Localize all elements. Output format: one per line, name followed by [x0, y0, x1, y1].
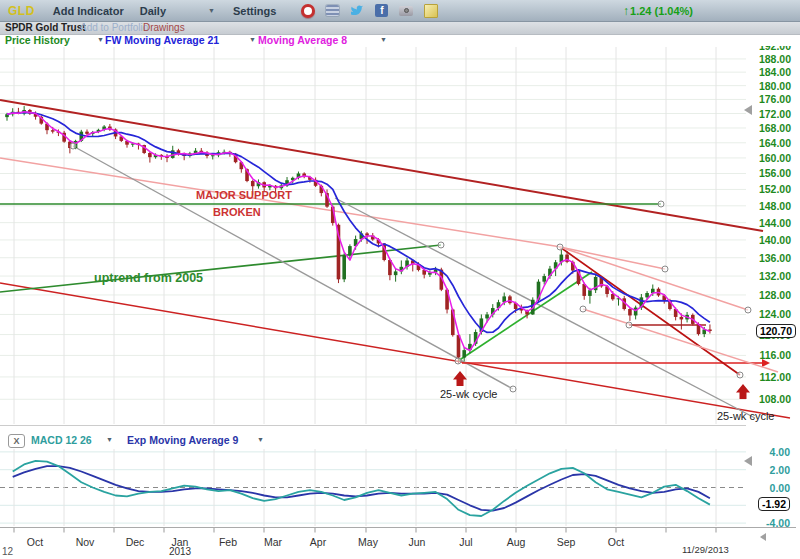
- macd-value-badge: -1.92: [758, 497, 790, 511]
- x-axis-month-label: Jan: [172, 536, 189, 548]
- price-axis-label: 144.00: [759, 217, 791, 229]
- add-to-portfolio-link[interactable]: Add to Portfolio: [80, 22, 148, 34]
- twitter-icon[interactable]: [350, 5, 364, 17]
- x-axis-month-label: Sep: [557, 536, 576, 548]
- price-axis-label: 164.00: [759, 137, 791, 149]
- price-axis-label: 132.00: [759, 270, 791, 282]
- x-axis-month-label: Dec: [126, 536, 145, 548]
- ma21-dropdown[interactable]: FW Moving Average 21: [105, 34, 219, 46]
- last-price-badge: 120.70: [756, 324, 796, 338]
- price-change: ↑1.24 (1.04%): [623, 4, 693, 18]
- indicator-row: Price History FW Moving Average 21 Movin…: [0, 35, 800, 46]
- ema-dropdown[interactable]: Exp Moving Average 9: [127, 434, 238, 446]
- symbol-label[interactable]: GLD: [8, 4, 35, 18]
- price-axis-label: 128.00: [759, 289, 791, 301]
- x-axis-month-label: Jun: [409, 536, 426, 548]
- macd-axis-label: -4.00: [766, 517, 790, 529]
- macd-axis-label: 2.00: [770, 464, 790, 476]
- price-axis-label: 180.00: [759, 80, 791, 92]
- chevron-down-icon[interactable]: [380, 36, 387, 43]
- price-axis-label: 184.00: [759, 66, 791, 78]
- price-axis-label: 176.00: [759, 93, 791, 105]
- chevron-down-icon[interactable]: [97, 36, 104, 43]
- x-axis-month-label: May: [358, 536, 378, 548]
- facebook-icon[interactable]: [375, 4, 388, 17]
- drawings-menu[interactable]: Drawings: [143, 22, 185, 34]
- x-axis-month-label: Jul: [459, 536, 472, 548]
- change-value: 1.24 (1.04%): [630, 5, 693, 17]
- x-axis-month-label: Apr: [310, 536, 326, 548]
- camera-icon[interactable]: [399, 6, 413, 16]
- x-axis-month-label: Oct: [608, 536, 624, 548]
- annotation-broken: BROKEN: [213, 206, 261, 218]
- up-arrow-icon: ↑: [623, 4, 629, 18]
- chevron-down-icon[interactable]: [249, 36, 256, 43]
- price-axis-label: 116.00: [759, 349, 791, 361]
- chevron-down-icon[interactable]: [257, 436, 264, 443]
- price-axis-label: 112.00: [759, 371, 791, 383]
- security-name: SPDR Gold Trust: [5, 22, 86, 34]
- annotation-major-support: MAJOR SUPPORT: [196, 189, 292, 201]
- price-axis-label: 156.00: [759, 167, 791, 179]
- x-axis-month-label: Oct: [27, 536, 43, 548]
- macd-axis-label: 0.00: [770, 482, 790, 494]
- annotation-cycle-right: 25-wk cycle: [717, 410, 774, 422]
- x-axis-month-label: Aug: [507, 536, 526, 548]
- coins-icon[interactable]: [326, 5, 339, 16]
- x-axis-month-label: Feb: [219, 536, 237, 548]
- price-axis-label: 168.00: [759, 122, 791, 134]
- interval-dropdown[interactable]: Daily: [140, 5, 215, 17]
- settings-button[interactable]: Settings: [233, 5, 276, 17]
- macd-header: X MACD 12 26 Exp Moving Average 9: [0, 434, 800, 448]
- price-history-dropdown[interactable]: Price History: [5, 34, 70, 46]
- note-icon[interactable]: [424, 4, 438, 18]
- macd-dropdown[interactable]: MACD 12 26: [31, 434, 92, 446]
- price-axis-label: 136.00: [759, 252, 791, 264]
- price-axis-label: 148.00: [759, 200, 791, 212]
- end-date-label: 11/29/2013: [682, 544, 729, 555]
- price-axis-label: 124.00: [759, 308, 791, 320]
- price-axis-label: 108.00: [759, 393, 791, 405]
- price-axis-label: 188.00: [759, 53, 791, 65]
- x-axis-month-label: Nov: [76, 536, 95, 548]
- charting-app-window: GLD Add Indicator Daily Settings ↑1.24 (…: [0, 0, 800, 559]
- close-macd-button[interactable]: X: [8, 434, 25, 448]
- price-axis-label: 172.00: [759, 108, 791, 120]
- interval-value: Daily: [140, 5, 166, 17]
- alarm-icon[interactable]: [301, 4, 315, 18]
- price-axis-label: 160.00: [759, 152, 791, 164]
- year-label-left: 12: [2, 546, 13, 557]
- chevron-down-icon[interactable]: [106, 436, 113, 443]
- chevron-down-icon: [208, 7, 215, 14]
- ma8-dropdown[interactable]: Moving Average 8: [258, 34, 347, 46]
- annotation-cycle-left: 25-wk cycle: [440, 388, 497, 400]
- toolbar-icons: [290, 4, 438, 18]
- x-axis-month-label: Mar: [264, 536, 282, 548]
- price-axis-label: 140.00: [759, 234, 791, 246]
- annotation-uptrend: uptrend from 2005: [94, 271, 203, 285]
- add-indicator-button[interactable]: Add Indicator: [53, 5, 124, 17]
- price-axis-label: 152.00: [759, 183, 791, 195]
